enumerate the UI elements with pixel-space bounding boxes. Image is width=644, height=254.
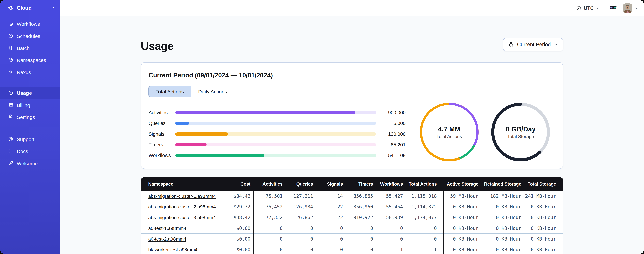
- column-header-timers: Timers: [346, 182, 376, 186]
- glasses-icon[interactable]: [610, 5, 616, 10]
- bar-fill: [175, 122, 189, 125]
- cell-namespace: abs-migration-cluster-3.a98mm4: [141, 215, 217, 220]
- cell-activities: 0: [254, 236, 285, 242]
- cell-total_storage: 0 KB-Hour: [524, 247, 563, 252]
- cell-queries: 0: [285, 225, 316, 231]
- total-storage-donut: 0 GB/DayTotal Storage: [491, 102, 550, 162]
- cell-activities: 77,332: [254, 215, 285, 220]
- welcome-icon: [8, 160, 14, 166]
- sidebar-item-workflows[interactable]: Workflows: [0, 18, 60, 30]
- bar-track: [175, 132, 376, 136]
- donut-center-label: 0 GB/DayTotal Storage: [491, 102, 550, 162]
- cell-retained_storage: 0 KB-Hour: [481, 225, 524, 231]
- bar-value: 541,109: [376, 153, 406, 158]
- sidebar-item-namespaces[interactable]: Namespaces: [0, 54, 60, 66]
- donut-subtitle: Total Actions: [436, 134, 462, 139]
- cell-signals: 22: [316, 215, 346, 220]
- sidebar-item-schedules[interactable]: Schedules: [0, 30, 60, 42]
- column-header-workflows: Workflows: [376, 182, 406, 186]
- sidebar-item-label: Support: [17, 136, 34, 142]
- namespace-link[interactable]: abs-migration-cluster-2.a98mm4: [148, 204, 216, 209]
- chevron-down-icon: [554, 42, 558, 46]
- column-header-activities: Activities: [254, 182, 285, 186]
- tab-daily-actions[interactable]: Daily Actions: [191, 86, 234, 97]
- cell-namespace: abs-migration-cluster-1.a98mm4: [141, 193, 217, 198]
- sidebar-item-label: Nexus: [17, 69, 31, 75]
- workflows-icon: [8, 21, 14, 26]
- cell-active_storage: 0 KB-Hour: [444, 236, 481, 242]
- bar-value: 85,201: [376, 142, 406, 148]
- cell-queries: 126,862: [285, 215, 316, 220]
- cell-queries: 127,211: [285, 193, 316, 198]
- cell-total_actions: 1: [406, 247, 443, 252]
- cell-timers: 856,865: [346, 193, 376, 198]
- sidebar-item-welcome[interactable]: Welcome: [0, 157, 60, 169]
- sidebar-item-label: Docs: [17, 148, 28, 154]
- logo-label: Cloud: [17, 5, 32, 11]
- table-row: a0-test-1.a98mm4$0.000000000 KB-Hour0 KB…: [141, 223, 563, 234]
- cell-queries: 0: [285, 247, 316, 252]
- cell-cost: $0.00: [217, 247, 253, 252]
- cell-active_storage: 0 KB-Hour: [444, 204, 481, 209]
- column-header-total_actions: Total Actions: [406, 182, 443, 186]
- cell-retained_storage: 182 MB-Hour: [481, 193, 524, 198]
- sidebar-item-billing[interactable]: Billing: [0, 99, 60, 111]
- sidebar-logo-row: Cloud: [0, 0, 60, 16]
- sidebar-item-usage[interactable]: Usage: [0, 87, 60, 99]
- sidebar-nav: WorkflowsSchedulesBatchNamespacesNexusUs…: [0, 16, 60, 169]
- bar-track: [175, 111, 376, 114]
- bar-track: [175, 122, 376, 125]
- cell-active_storage: 0 KB-Hour: [444, 215, 481, 220]
- column-header-namespace: Namespace: [141, 182, 217, 186]
- cell-namespace: a0-test-1.a98mm4: [141, 225, 217, 231]
- batch-icon: [8, 45, 14, 50]
- tab-total-actions[interactable]: Total Actions: [148, 86, 191, 97]
- app-window: Cloud WorkflowsSchedulesBatchNamespacesN…: [0, 0, 644, 254]
- cell-queries: 0: [285, 236, 316, 242]
- cell-total_actions: 0: [406, 236, 443, 242]
- sidebar-section: WorkflowsSchedulesBatchNamespacesNexus: [0, 18, 60, 78]
- bar-value: 5,000: [376, 121, 406, 126]
- avatar[interactable]: [623, 3, 632, 12]
- period-selector-button[interactable]: Current Period: [503, 38, 563, 51]
- chevron-down-icon[interactable]: [634, 6, 638, 10]
- table-group-separator: [253, 191, 254, 254]
- namespace-link[interactable]: bk-worker-test.a98mm4: [148, 247, 198, 252]
- support-icon: [8, 136, 14, 142]
- timezone-selector[interactable]: UTC: [576, 5, 600, 10]
- namespace-usage-table: NamespaceCostActivitiesQueriesSignalsTim…: [141, 177, 563, 254]
- bar-label: Workflows: [148, 153, 175, 158]
- sidebar-item-settings[interactable]: Settings: [0, 111, 60, 123]
- cell-cost: $38.42: [217, 215, 253, 220]
- sidebar-item-batch[interactable]: Batch: [0, 42, 60, 54]
- cell-workflows: 58,939: [376, 215, 406, 220]
- page-title: Usage: [141, 40, 174, 53]
- sidebar-item-nexus[interactable]: Nexus: [0, 66, 60, 78]
- cell-workflows: 55,454: [376, 204, 406, 209]
- namespace-link[interactable]: a0-test-2.a98mm4: [148, 236, 186, 242]
- cell-signals: 14: [316, 193, 346, 198]
- column-header-cost: Cost: [217, 182, 253, 186]
- namespace-link[interactable]: abs-migration-cluster-3.a98mm4: [148, 215, 216, 220]
- cell-total_storage: 0 KB-Hour: [524, 204, 563, 209]
- sidebar-item-docs[interactable]: Docs: [0, 145, 60, 157]
- billing-icon: [8, 102, 14, 108]
- actions-tab-group: Total ActionsDaily Actions: [148, 86, 234, 97]
- sidebar-collapse-button[interactable]: [51, 6, 56, 10]
- table-header-row: NamespaceCostActivitiesQueriesSignalsTim…: [141, 177, 563, 191]
- namespace-link[interactable]: a0-test-1.a98mm4: [148, 225, 186, 231]
- table-row: abs-migration-cluster-2.a98mm4$29.3275,4…: [141, 202, 563, 212]
- usage-bar-chart: Activities900,000Queries5,000Signals130,…: [148, 107, 406, 161]
- cell-cost: $0.00: [217, 236, 253, 242]
- bar-fill: [175, 132, 228, 136]
- namespace-link[interactable]: abs-migration-cluster-1.a98mm4: [148, 193, 216, 198]
- sidebar-item-label: Batch: [17, 45, 30, 51]
- cell-retained_storage: 0 KB-Hour: [481, 236, 524, 242]
- sidebar-item-label: Welcome: [17, 160, 38, 166]
- nexus-icon: [8, 69, 14, 75]
- cell-timers: 0: [346, 247, 376, 252]
- sidebar-item-support[interactable]: Support: [0, 133, 60, 145]
- donut-title: 0 GB/Day: [506, 125, 536, 133]
- cell-total_actions: 1,174,077: [406, 215, 443, 220]
- cell-cost: $29.32: [217, 204, 253, 209]
